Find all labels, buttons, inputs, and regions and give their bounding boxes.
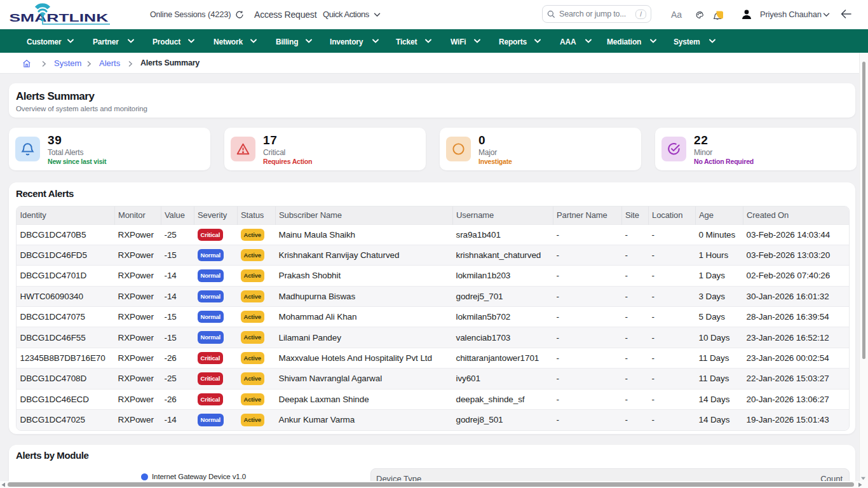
svg-text:SMARTLINK: SMARTLINK	[9, 12, 108, 24]
